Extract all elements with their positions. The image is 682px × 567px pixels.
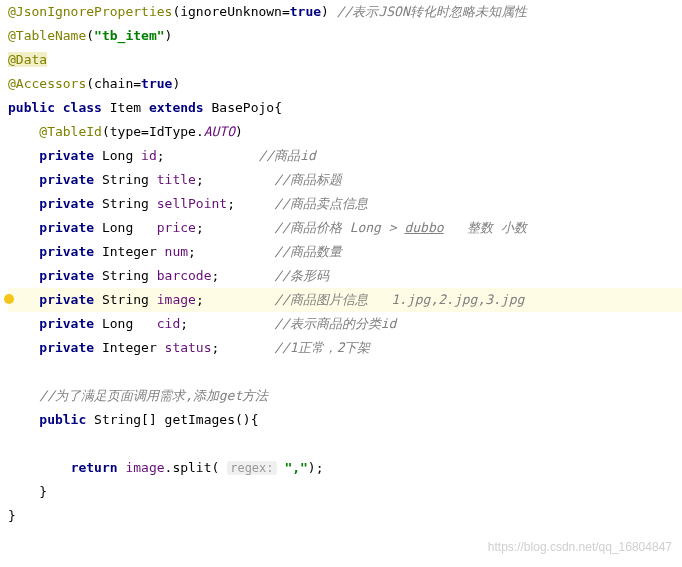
code-line[interactable]: return image.split( regex: ","); (8, 456, 682, 480)
code-line[interactable]: private Long id; //商品id (8, 144, 682, 168)
code-line[interactable]: @TableId(type=IdType.AUTO) (8, 120, 682, 144)
annotation: @TableId (39, 124, 102, 139)
code-line[interactable]: private String sellPoint; //商品卖点信息 (8, 192, 682, 216)
comment: //商品标题 (274, 172, 342, 187)
code-line[interactable]: public class Item extends BasePojo{ (8, 96, 682, 120)
method-name: getImages (165, 412, 235, 427)
comment: //条形码 (274, 268, 329, 283)
comment: //商品id (258, 148, 315, 163)
code-line[interactable]: private Long price; //商品价格 Long > dubbo … (8, 216, 682, 240)
field-name: id (141, 148, 157, 163)
code-line[interactable]: private Integer status; //1正常，2下架 (8, 336, 682, 360)
code-line-highlighted[interactable]: private String image; //商品图片信息 1.jpg,2.j… (8, 288, 682, 312)
field-name: cid (157, 316, 180, 331)
field-name: sellPoint (157, 196, 227, 211)
code-line[interactable] (8, 360, 682, 384)
code-line[interactable]: @Data (8, 48, 682, 72)
comment: //商品价格 Long > (274, 220, 404, 235)
code-line[interactable]: private Long cid; //表示商品的分类id (8, 312, 682, 336)
annotation-highlighted: @Data (8, 52, 47, 67)
field-name: image (157, 292, 196, 307)
comment: //商品图片信息 1.jpg,2.jpg,3.jpg (274, 292, 524, 307)
field-name: num (165, 244, 188, 259)
comment: //为了满足页面调用需求,添加get方法 (39, 388, 268, 403)
code-line[interactable]: private String title; //商品标题 (8, 168, 682, 192)
comment: //商品卖点信息 (274, 196, 368, 211)
code-line[interactable]: private String barcode; //条形码 (8, 264, 682, 288)
class-name: Item (110, 100, 141, 115)
code-editor[interactable]: @JsonIgnoreProperties(ignoreUnknown=true… (0, 0, 682, 528)
warning-icon[interactable] (4, 294, 14, 304)
annotation: @TableName (8, 28, 86, 43)
annotation: @Accessors (8, 76, 86, 91)
field-name: price (157, 220, 196, 235)
comment: //1正常，2下架 (274, 340, 370, 355)
comment: //表示JSON转化时忽略未知属性 (337, 4, 527, 19)
code-line[interactable]: @JsonIgnoreProperties(ignoreUnknown=true… (8, 0, 682, 24)
string-literal: "tb_item" (94, 28, 164, 43)
code-line[interactable]: public String[] getImages(){ (8, 408, 682, 432)
code-line[interactable]: @Accessors(chain=true) (8, 72, 682, 96)
string-literal: "," (284, 460, 307, 475)
code-line[interactable]: private Integer num; //商品数量 (8, 240, 682, 264)
comment: //商品数量 (274, 244, 342, 259)
code-line[interactable]: //为了满足页面调用需求,添加get方法 (8, 384, 682, 408)
field-name: barcode (157, 268, 212, 283)
comment: //表示商品的分类id (274, 316, 396, 331)
watermark: https://blog.csdn.net/qq_16804847 (488, 535, 672, 559)
code-line[interactable]: } (8, 504, 682, 528)
code-line[interactable]: } (8, 480, 682, 504)
field-name: title (157, 172, 196, 187)
field-name: status (165, 340, 212, 355)
code-line[interactable] (8, 432, 682, 456)
parameter-hint: regex: (227, 461, 276, 475)
annotation: @JsonIgnoreProperties (8, 4, 172, 19)
code-line[interactable]: @TableName("tb_item") (8, 24, 682, 48)
